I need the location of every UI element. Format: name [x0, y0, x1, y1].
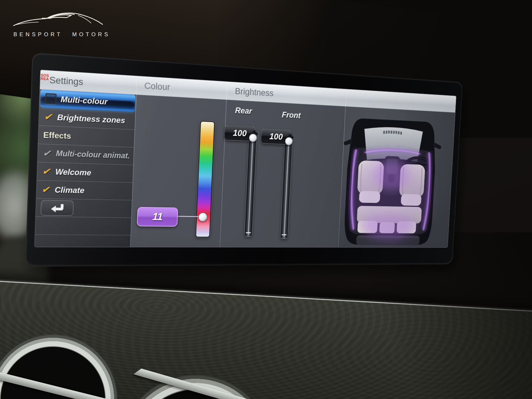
car-top-view-image [338, 106, 455, 247]
colour-value-badge: 11 [137, 207, 178, 227]
front-brightness-track[interactable] [280, 140, 292, 238]
menu-item-label: Multi-colour [61, 95, 108, 106]
check-icon: ✔ [41, 184, 55, 195]
menu-item-label: Brightness zones [57, 112, 125, 125]
front-slider-label: Front [270, 110, 312, 121]
back-arrow-icon [49, 202, 65, 213]
menu-row-empty [35, 217, 131, 235]
check-icon: ✔ [44, 111, 58, 123]
menu-item-label: Multi-colour animat. [56, 149, 130, 161]
dealer-watermark: BENSPORT MOTORS [12, 9, 110, 38]
menu-item-label: Welcome [55, 167, 91, 177]
car-silhouette-icon [12, 9, 108, 29]
photo-scene: BENSPORT MOTORS SOS REA Settings Colour … [0, 0, 532, 399]
colour-value: 11 [152, 211, 163, 222]
colour-title: Colour [144, 81, 170, 92]
rear-slider-label: Rear [222, 105, 265, 117]
front-brightness-value: 100 [269, 131, 283, 142]
back-button[interactable] [41, 200, 74, 216]
vent-slat [124, 364, 267, 399]
infotainment-screen: SOS REA Settings Colour Brightness Multi… [25, 53, 463, 267]
menu-item-multi-colour-animation[interactable]: ✔ Multi-colour animat. [37, 144, 134, 165]
menu-item-climate[interactable]: ✔ Climate [36, 180, 133, 200]
check-icon: ✔ [43, 147, 56, 159]
brightness-title: Brightness [235, 86, 274, 98]
vent-slat [0, 371, 114, 399]
sos-text: REA [41, 77, 49, 81]
checkbox-unchecked-icon [45, 93, 57, 104]
section-label: Effects [43, 130, 71, 141]
rear-brightness-track[interactable] [244, 137, 257, 237]
screen-bezel: SOS REA Settings Colour Brightness Multi… [25, 53, 463, 267]
ambient-light-preview [338, 106, 455, 247]
menu-item-welcome[interactable]: ✔ Welcome [37, 162, 133, 183]
dealer-name: BENSPORT MOTORS [12, 31, 110, 38]
menu-item-label: Climate [54, 185, 85, 195]
sos-edge-label: SOS REA [41, 73, 49, 81]
check-icon: ✔ [42, 166, 55, 177]
settings-title: Settings [49, 75, 84, 87]
screen-display: SOS REA Settings Colour Brightness Multi… [34, 70, 456, 248]
rear-brightness-value: 100 [233, 128, 247, 138]
menu-row-back [36, 199, 132, 218]
settings-menu: Multi-colour ✔ Brightness zones Effects … [35, 89, 136, 247]
